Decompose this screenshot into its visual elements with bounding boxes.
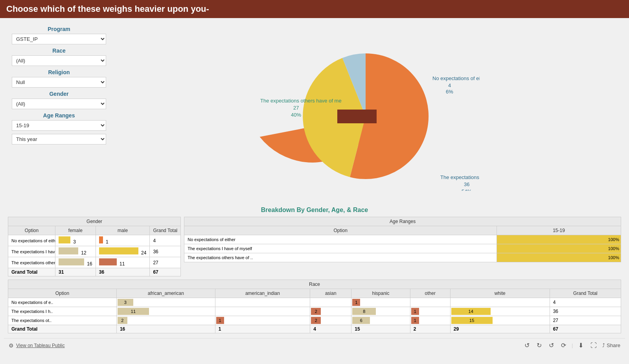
- age-table-wrap: Age Ranges Option 15-19 No expectations …: [184, 217, 621, 276]
- race-row1-asian: [310, 298, 351, 307]
- age-ranges-select[interactable]: 15-19: [12, 120, 106, 131]
- gender-total-female: 31: [55, 268, 96, 276]
- tableau-link[interactable]: View on Tableau Public: [16, 343, 65, 348]
- religion-label: Religion: [12, 69, 106, 75]
- tables-row-1: Gender Option female male Grand Total No…: [8, 217, 621, 276]
- gender-total-male: 36: [96, 268, 150, 276]
- table-row: The expectations ot.. 2 1 2 6: [8, 316, 621, 325]
- race-total-row: Grand Total 16 1 4 15 2 29 67: [8, 325, 621, 333]
- race-table: Race Option african_american american_in…: [8, 280, 621, 333]
- tableau-icon: ⚙: [9, 342, 14, 349]
- race-row1-white: [450, 298, 550, 307]
- race-row2-american-indian: [215, 307, 310, 316]
- pie-section: No expectations of either 4 6% The expec…: [114, 22, 625, 203]
- program-label: Program: [12, 26, 106, 32]
- table-row: The expectations I have of myself 100%: [184, 244, 621, 253]
- label-self: The expectations I have of myself: [440, 174, 480, 180]
- label-neither: No expectations of either: [432, 75, 480, 81]
- race-row3-option: The expectations ot..: [8, 316, 117, 325]
- share-label: Share: [607, 342, 620, 348]
- gender-table-wrap: Gender Option female male Grand Total No…: [8, 217, 181, 276]
- race-select[interactable]: (All): [12, 55, 106, 66]
- label-self-val: 36: [464, 181, 469, 187]
- age-row3-option: The expectations others have of ..: [184, 253, 497, 262]
- gender-row2-total: 36: [150, 246, 181, 257]
- race-row1-hispanic: 1: [351, 298, 410, 307]
- race-th-american-indian: american_indian: [215, 289, 310, 298]
- age-ranges-label: Age Ranges: [12, 112, 106, 119]
- gender-row3-total: 27: [150, 257, 181, 268]
- race-table-section: Race Option african_american american_in…: [8, 280, 621, 333]
- race-col-header: Race: [8, 280, 621, 289]
- share-icon: ⤴: [602, 342, 605, 348]
- race-total-african: 16: [116, 325, 215, 333]
- race-row1-african: 3: [116, 298, 215, 307]
- age-th-1519: 15-19: [497, 226, 621, 235]
- gender-row2-option: The expectations I have of myself: [8, 246, 55, 257]
- race-row3-hispanic: 6: [351, 316, 410, 325]
- age-row1-pct: 100%: [497, 235, 621, 244]
- gender-total-label: Grand Total: [8, 268, 55, 276]
- race-row2-hispanic: 8: [351, 307, 410, 316]
- gender-row3-male: 11: [96, 257, 150, 268]
- race-row3-other: 1: [410, 316, 450, 325]
- race-row3-total: 27: [550, 316, 621, 325]
- race-total-white: 29: [450, 325, 550, 333]
- race-row3-american-indian: 1: [215, 316, 310, 325]
- pie-chart-svg: No expectations of either 4 6% The expec…: [252, 34, 480, 191]
- race-total-label: Grand Total: [8, 325, 117, 333]
- page-title: Choose which of these weighs heavier upo…: [6, 4, 209, 14]
- gender-row2-male: 24: [96, 246, 150, 257]
- race-total-other: 2: [410, 325, 450, 333]
- race-th-other: other: [410, 289, 450, 298]
- race-th-white: white: [450, 289, 550, 298]
- download-button[interactable]: ⬇: [577, 341, 585, 350]
- age-th-option: Option: [184, 226, 497, 235]
- race-th-african: african_american: [116, 289, 215, 298]
- breakdown-title: Breakdown By Gender, Age, & Race: [8, 207, 621, 214]
- age-col-header: Age Ranges: [184, 217, 621, 226]
- page-header: Choose which of these weighs heavier upo…: [0, 0, 629, 18]
- race-row3-asian: 2: [310, 316, 351, 325]
- race-th-hispanic: hispanic: [351, 289, 410, 298]
- race-row2-asian: 2: [310, 307, 351, 316]
- race-row2-white: 14: [450, 307, 550, 316]
- table-row: No expectations of either 3 1 4: [8, 235, 181, 246]
- top-section: Program GSTE_IP Race (All) Religion Null…: [4, 22, 625, 203]
- filters-panel: Program GSTE_IP Race (All) Religion Null…: [4, 22, 114, 203]
- label-others: The expectations others have of me: [260, 98, 342, 104]
- gender-row1-total: 4: [150, 235, 181, 246]
- gender-select[interactable]: (All): [12, 99, 106, 109]
- gender-row2-female: 12: [55, 246, 96, 257]
- race-row1-option: No expectations of e..: [8, 298, 117, 307]
- gender-row1-male: 1: [96, 235, 150, 246]
- bottom-bar: ⚙ View on Tableau Public ↺ ↻ ↺ ⟳ | ⬇ ⛶ ⤴…: [4, 338, 625, 352]
- age-row2-option: The expectations I have of myself: [184, 244, 497, 253]
- fullscreen-button[interactable]: ⛶: [589, 341, 598, 350]
- program-filter: Program GSTE_IP: [12, 26, 106, 44]
- table-row: No expectations of e.. 3 1 4: [8, 298, 621, 307]
- revert-button[interactable]: ↺: [547, 341, 555, 350]
- race-filter: Race (All): [12, 48, 106, 66]
- age-table: Age Ranges Option 15-19 No expectations …: [184, 217, 621, 262]
- gender-row1-option: No expectations of either: [8, 235, 55, 246]
- undo-button[interactable]: ↺: [523, 341, 531, 350]
- redo-button[interactable]: ↻: [535, 341, 543, 350]
- gender-col-header: Gender: [8, 217, 181, 226]
- race-row3-white: 15: [450, 316, 550, 325]
- age-row2-pct: 100%: [497, 244, 621, 253]
- gender-th-option: Option: [8, 226, 55, 235]
- race-row3-african: 2: [116, 316, 215, 325]
- label-others-val: 27: [293, 105, 299, 111]
- program-select[interactable]: GSTE_IP: [12, 34, 106, 44]
- race-row2-total: 36: [550, 307, 621, 316]
- gender-th-female: female: [55, 226, 96, 235]
- year-select[interactable]: This year: [12, 134, 106, 145]
- refresh-button[interactable]: ⟳: [559, 341, 568, 350]
- religion-select[interactable]: Null: [12, 77, 106, 88]
- gender-total-total: 67: [150, 268, 181, 276]
- year-filter: This year: [12, 134, 106, 145]
- gender-total-row: Grand Total 31 36 67: [8, 268, 181, 276]
- label-others-pct: 40%: [291, 112, 301, 118]
- share-button[interactable]: ⤴ Share: [602, 342, 620, 348]
